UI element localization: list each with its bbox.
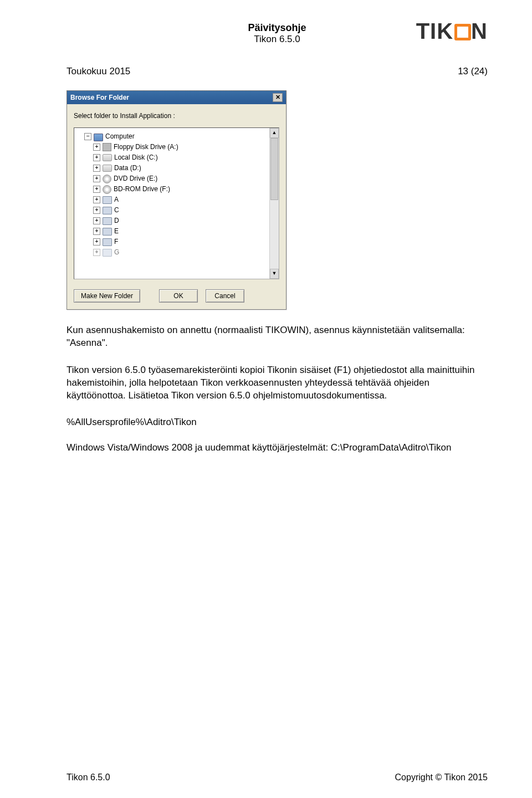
tree-item[interactable]: +BD-ROM Drive (F:): [93, 184, 277, 195]
network-drive-icon: [103, 228, 112, 236]
dialog-instruction: Select folder to Install Application :: [74, 112, 279, 120]
dialog-body: Select folder to Install Application : −…: [67, 104, 286, 309]
logo-text-pre: TIK: [416, 19, 453, 43]
tree-item-label: C: [114, 205, 119, 216]
expand-icon[interactable]: +: [93, 249, 100, 256]
ok-button[interactable]: OK: [159, 289, 198, 303]
tree-item-label: D: [114, 216, 119, 226]
expand-icon[interactable]: +: [93, 175, 100, 182]
expand-icon[interactable]: +: [93, 217, 100, 224]
floppy-icon: [103, 143, 111, 151]
logo-text-post: N: [471, 19, 488, 43]
tree-root[interactable]: − Computer: [84, 131, 277, 142]
body-path-2: Windows Vista/Windows 2008 ja uudemmat k…: [66, 442, 488, 453]
brand-logo: TIKN: [416, 19, 488, 44]
logo-o-icon: [454, 24, 471, 40]
doc-subtitle: Tikon 6.5.0: [248, 34, 306, 45]
dialog-buttons: Make New Folder OK Cancel: [74, 289, 279, 303]
scroll-thumb[interactable]: [270, 138, 278, 200]
body-paragraph-2: Tikon version 6.5.0 työasemarekisteröint…: [66, 364, 488, 402]
tree-item-label: F: [114, 237, 118, 247]
dialog-title: Browse For Folder: [70, 94, 129, 101]
tree-item[interactable]: +Data (D:): [93, 163, 277, 173]
expand-icon[interactable]: +: [93, 228, 100, 235]
tree-item[interactable]: +F: [93, 237, 277, 247]
network-drive-icon: [103, 207, 112, 214]
tree-item-label: A: [114, 195, 119, 205]
expand-icon[interactable]: +: [93, 144, 100, 151]
header-center: Päivitysohje Tikon 6.5.0: [248, 22, 306, 45]
expand-icon[interactable]: +: [93, 154, 100, 161]
network-drive-icon: [103, 238, 112, 246]
tree-item-label: G: [114, 247, 119, 258]
expand-icon[interactable]: +: [93, 165, 100, 172]
tree-item-label: Floppy Disk Drive (A:): [114, 142, 178, 152]
make-new-folder-button[interactable]: Make New Folder: [74, 289, 140, 303]
computer-icon: [94, 134, 103, 141]
footer-left: Tikon 6.5.0: [66, 773, 110, 782]
dialog-titlebar[interactable]: Browse For Folder ✕: [67, 91, 286, 104]
tree-item[interactable]: +Local Disk (C:): [93, 152, 277, 163]
expand-icon[interactable]: +: [93, 196, 100, 203]
tree-item[interactable]: +A: [93, 195, 277, 205]
scroll-up-icon[interactable]: ▲: [270, 128, 279, 138]
browse-folder-dialog: Browse For Folder ✕ Select folder to Ins…: [66, 90, 287, 310]
expand-icon[interactable]: +: [93, 186, 100, 193]
expand-icon[interactable]: +: [93, 207, 100, 214]
network-drive-icon: [103, 196, 112, 204]
tree-item-label: DVD Drive (E:): [114, 173, 157, 184]
page-header: Päivitysohje Tikon 6.5.0 TIKN: [66, 22, 488, 44]
hdd-icon: [103, 165, 112, 172]
folder-tree[interactable]: − Computer +Floppy Disk Drive (A:) +Loca…: [74, 127, 279, 279]
dvd-icon: [103, 175, 111, 183]
cancel-button[interactable]: Cancel: [206, 289, 244, 303]
network-drive-icon: [103, 217, 112, 225]
close-icon[interactable]: ✕: [273, 93, 283, 102]
bdrom-icon: [103, 185, 111, 194]
page-footer: Tikon 6.5.0 Copyright © Tikon 2015: [66, 773, 488, 782]
hdd-icon: [103, 154, 112, 161]
tree-item-label: Data (D:): [114, 163, 141, 173]
scrollbar[interactable]: ▲ ▼: [269, 128, 279, 279]
body-path-1: %AllUsersprofile%\Aditro\Tikon: [66, 417, 488, 428]
tree-item[interactable]: +Floppy Disk Drive (A:): [93, 142, 277, 152]
collapse-icon[interactable]: −: [84, 133, 91, 140]
network-drive-icon: [103, 249, 112, 257]
body-paragraph-1: Kun asennushakemisto on annettu (normaal…: [66, 324, 488, 350]
doc-pagenum: 13 (24): [458, 66, 488, 77]
footer-right: Copyright © Tikon 2015: [395, 773, 488, 782]
doc-title: Päivitysohje: [248, 22, 306, 34]
expand-icon[interactable]: +: [93, 238, 100, 245]
tree-item[interactable]: +C: [93, 205, 277, 216]
tree-item[interactable]: +D: [93, 216, 277, 226]
tree-item[interactable]: +G: [93, 247, 277, 258]
tree-root-label: Computer: [105, 131, 135, 142]
tree-item[interactable]: +E: [93, 226, 277, 237]
tree-item-label: BD-ROM Drive (F:): [114, 184, 170, 195]
doc-date: Toukokuu 2015: [66, 66, 130, 77]
tree-item-label: Local Disk (C:): [114, 152, 158, 163]
date-page-row: Toukokuu 2015 13 (24): [66, 66, 488, 77]
scroll-down-icon[interactable]: ▼: [270, 269, 279, 279]
tree-item-label: E: [114, 226, 119, 237]
tree-item[interactable]: +DVD Drive (E:): [93, 173, 277, 184]
